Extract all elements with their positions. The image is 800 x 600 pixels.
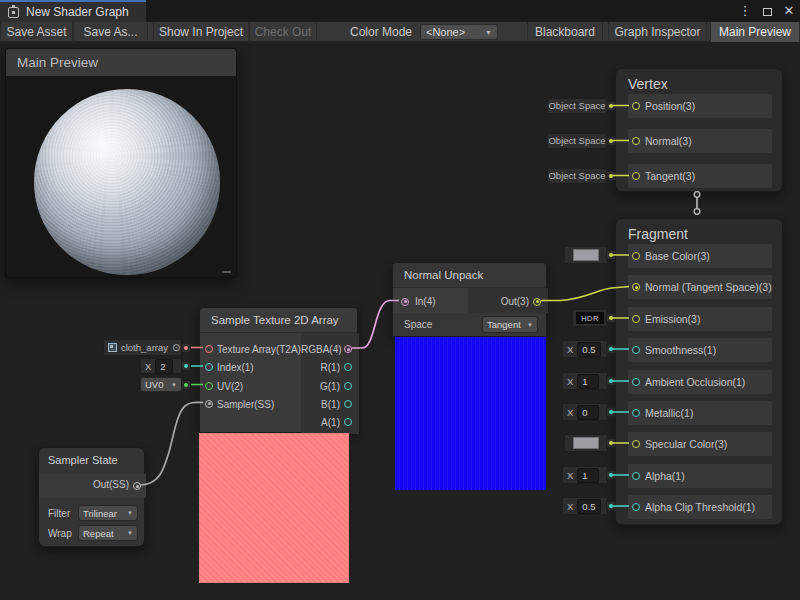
texture-array-icon [108,343,117,352]
position-space-dot [606,101,616,111]
shader-graph-icon [8,7,19,18]
maximize-icon[interactable] [760,0,774,22]
dropdown-arrow-icon: ▼ [171,382,177,388]
shader-graph-editor: New Shader Graph ⋮ ✕ Save Asset Save As.… [0,0,800,600]
alpha-dot [606,470,616,480]
texture-array-dot [181,343,191,353]
base-color-row: Base Color(3) [628,244,772,268]
position-space-chip[interactable]: Object Space [547,98,607,114]
vertex-node[interactable]: Vertex Position(3) Normal(3) Tangent(3) [615,68,783,192]
alpha-port[interactable] [632,472,640,480]
sampler-state-node[interactable]: Sampler State Out(SS) Filter Trilinear ▼… [38,447,145,547]
toolbar: Save Asset Save As... Show In Project Ch… [0,22,800,42]
emission-port[interactable] [632,315,640,323]
specular-color-swatch[interactable] [564,434,608,452]
base-color-swatch[interactable] [564,246,608,264]
object-picker-icon[interactable]: ⊙ [172,342,180,353]
rgba-port[interactable] [344,345,352,353]
ambient-occlusion-port[interactable] [632,378,640,386]
specular-color-port[interactable] [632,440,640,448]
g-port[interactable] [344,382,352,390]
sample-texture-2d-array-node[interactable]: Sample Texture 2D Array Texture Array(T2… [199,307,358,433]
vertex-normal-row: Normal(3) [628,129,772,153]
base-color-port[interactable] [632,252,640,260]
check-out-button: Check Out [249,22,317,42]
b-port[interactable] [344,400,352,408]
in-port[interactable] [401,298,409,306]
show-in-project-button[interactable]: Show In Project [153,22,249,42]
uv-dot [181,380,191,390]
filter-dropdown[interactable]: Trilinear ▼ [78,505,138,521]
save-asset-button[interactable]: Save Asset [0,22,73,42]
tangent-space-chip[interactable]: Object Space [547,168,607,184]
smoothness-row: Smoothness(1) [628,338,772,362]
ambient-occlusion-value-field[interactable]: X1 [562,372,608,390]
sample-texture-preview [199,433,349,583]
metallic-value-field[interactable]: X0 [562,403,608,421]
preview-sphere [34,89,220,275]
title-bar: New Shader Graph ⋮ ✕ [0,0,800,22]
sample-texture-node-title: Sample Texture 2D Array [200,308,357,333]
uv-channel-dropdown[interactable]: UV0 ▼ [140,377,182,392]
save-as-button[interactable]: Save As... [73,22,148,42]
main-preview-button[interactable]: Main Preview [710,22,800,42]
emission-hdr-field[interactable]: HDR [572,309,608,327]
tangent-space-dot [606,171,616,181]
main-preview-window: Main Preview [5,48,237,278]
dropdown-arrow-icon: ▼ [127,530,133,536]
sampler-port[interactable] [205,400,213,408]
tab-title: New Shader Graph [26,5,129,19]
out-port[interactable] [533,298,541,306]
r-port[interactable] [344,363,352,371]
out-ss-port[interactable] [133,482,141,490]
base-color-dot [606,250,616,260]
index-dot [181,361,191,371]
ambient-occlusion-row: Ambient Occlusion(1) [628,370,772,394]
close-icon[interactable]: ✕ [782,0,796,22]
position-port[interactable] [632,102,640,110]
uv-port[interactable] [205,382,213,390]
space-dropdown[interactable]: Tangent ▼ [482,316,538,333]
alpha-clip-value-field[interactable]: X0.5 [562,497,608,515]
a-port[interactable] [344,418,352,426]
normal-unpack-node[interactable]: Normal Unpack In(4) Out(3) Space Tangent… [392,262,547,337]
emission-dot [606,313,616,323]
metallic-port[interactable] [632,409,640,417]
tangent-port[interactable] [632,172,640,180]
texture-array-field[interactable]: cloth_array ⊙ [103,339,182,356]
normal-port[interactable] [632,137,640,145]
window-menu-icon[interactable]: ⋮ [738,0,752,22]
alpha-clip-port[interactable] [632,503,640,511]
alpha-value-field[interactable]: X1 [562,466,608,484]
metallic-dot [606,407,616,417]
graph-inspector-button[interactable]: Graph Inspector [608,22,707,42]
smoothness-value-field[interactable]: X0.5 [562,340,608,358]
color-mode-label: Color Mode [350,22,412,42]
wrap-dropdown[interactable]: Repeat ▼ [78,525,138,541]
index-value-field[interactable]: X 2 [140,358,182,374]
preview-resize-grip[interactable] [222,271,231,273]
fragment-node[interactable]: Fragment Base Color(3) Normal (Tangent S… [615,218,783,525]
tab-new-shader-graph[interactable]: New Shader Graph [0,0,146,22]
index-port[interactable] [205,363,213,371]
smoothness-dot [606,344,616,354]
vertex-tangent-row: Tangent(3) [628,164,772,188]
alpha-clip-row: Alpha Clip Threshold(1) [628,495,772,519]
metallic-row: Metallic(1) [628,401,772,425]
normal-unpack-node-title: Normal Unpack [393,263,546,288]
smoothness-port[interactable] [632,346,640,354]
texture-array-port[interactable] [205,345,213,353]
main-preview-title: Main Preview [17,55,98,70]
color-mode-dropdown[interactable]: <None> ▼ [420,24,498,40]
blackboard-button[interactable]: Blackboard [527,22,603,42]
normal-space-chip[interactable]: Object Space [547,133,607,149]
vertex-position-row: Position(3) [628,94,772,118]
normal-tangent-row: Normal (Tangent Space)(3) [628,275,772,299]
main-preview-header[interactable]: Main Preview [6,49,236,76]
alpha-clip-dot [606,501,616,511]
specular-color-row: Specular Color(3) [628,432,772,456]
emission-row: Emission(3) [628,307,772,331]
ambient-occlusion-dot [606,376,616,386]
normal-tangent-port[interactable] [632,283,640,291]
dropdown-arrow-icon: ▼ [527,322,533,328]
